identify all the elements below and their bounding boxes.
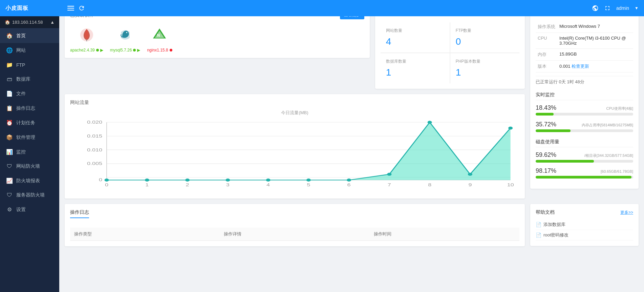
sidebar-item-home[interactable]: 🏠 首页 <box>0 28 59 43</box>
cpu-monitor-row: 18.43% CPU使用率[4核] <box>536 104 633 111</box>
sidebar-item-software[interactable]: 📦 软件管理 <box>0 130 59 145</box>
disk-item-root: 59.62% /根目录[344.32GB/577.54GB] <box>536 151 633 163</box>
sysinfo-value-memory: 15.89GB <box>557 49 633 61</box>
mysql-label: mysql5.7.26 ▶ <box>110 48 141 53</box>
sidebar-server[interactable]: 🏠 183.160.114.58 ▲ <box>0 16 59 28</box>
overview-item-website: 网站数量 4 <box>381 22 450 53</box>
globe-icon-button[interactable] <box>592 5 599 12</box>
help-docs-header: 帮助文档 更多>> <box>536 209 633 215</box>
svg-text:3: 3 <box>226 183 230 187</box>
nginx-icon: N <box>149 25 170 45</box>
svg-text:8: 8 <box>428 183 431 187</box>
svg-text:1: 1 <box>145 183 149 187</box>
disk-root-progress-bar <box>536 160 633 163</box>
chart-title: 今日流量(MB) <box>70 110 519 116</box>
help-docs-card: 帮助文档 更多>> 📄 添加数据库 📄 root密码修改 <box>530 204 639 246</box>
traffic-title: 网站流量 <box>70 100 519 106</box>
nav-label-software: 软件管理 <box>16 134 35 141</box>
mysql-icon <box>115 25 135 45</box>
chart-container: 0.020 0.015 0.010 0.005 0 0 1 2 3 4 5 6 … <box>70 119 519 193</box>
cpu-progress-bar <box>536 113 633 116</box>
help-item-root-pwd[interactable]: 📄 root密码修改 <box>536 230 633 241</box>
nav-label-firewall: 网站防火墙 <box>16 163 40 169</box>
sysinfo-label-memory: 内存 <box>536 49 557 61</box>
nginx-label: nginx1.15.8 <box>147 48 172 53</box>
nav-label-ftp: FTP <box>16 62 25 68</box>
check-update-link[interactable]: 检查更新 <box>572 64 589 69</box>
doc-icon-1: 📄 <box>536 222 541 227</box>
help-item-add-db[interactable]: 📄 添加数据库 <box>536 220 633 230</box>
file-nav-icon: 📄 <box>6 90 13 97</box>
svg-point-37 <box>306 179 311 182</box>
website-nav-icon: 🌐 <box>6 47 13 54</box>
svg-text:0.015: 0.015 <box>87 134 102 138</box>
sidebar-item-operation-log[interactable]: 📋 操作日志 <box>0 101 59 116</box>
home-nav-icon: 🏠 <box>6 33 13 39</box>
menu-toggle-button[interactable] <box>67 5 74 12</box>
svg-marker-31 <box>107 122 511 180</box>
svg-text:7: 7 <box>388 183 391 187</box>
software-list: apache2.4.39 ▶ mysql5.7.2 <box>70 25 364 53</box>
apache-icon <box>77 25 97 45</box>
sidebar-item-ftp[interactable]: 📁 FTP <box>0 58 59 72</box>
sidebar-item-settings[interactable]: ⚙ 设置 <box>0 202 59 217</box>
overview-label-php: PHP版本数量 <box>456 59 514 64</box>
disk-secondary-label: [60.65GB/61.78GB] <box>601 169 633 173</box>
software-item-apache[interactable]: apache2.4.39 ▶ <box>70 25 103 53</box>
sidebar-item-firewall-report[interactable]: 📈 防火墙报表 <box>0 173 59 188</box>
sysinfo-row-cpu: CPU Intel(R) Core(TM) i3-6100 CPU @ 3.70… <box>536 33 633 49</box>
username-label: admin <box>616 5 629 11</box>
nav-label-file: 文件 <box>16 91 26 97</box>
nav-label-log: 操作日志 <box>16 105 35 111</box>
refresh-button[interactable] <box>78 5 85 12</box>
svg-rect-2 <box>67 10 74 11</box>
database-nav-icon: 🗃 <box>6 76 13 82</box>
sidebar-item-server-firewall[interactable]: 🛡 服务器防火墙 <box>0 188 59 202</box>
overview-value-php: 1 <box>456 67 514 78</box>
traffic-card: 网站流量 今日流量(MB) 0.020 0.015 0.010 0.005 0 <box>65 94 525 199</box>
overview-label-ftp: FTP数量 <box>456 28 514 34</box>
logo: 小皮面板 <box>5 5 65 12</box>
svg-text:9: 9 <box>468 183 472 187</box>
sidebar-item-database[interactable]: 🗃 数据库 <box>0 72 59 86</box>
sysinfo-label-version: 版本 <box>536 61 557 72</box>
shield-nav-icon: 🛡 <box>6 163 13 169</box>
cpu-monitor-item: 18.43% CPU使用率[4核] <box>536 104 633 116</box>
sysinfo-table: 操作系统 Microsoft Windows 7 CPU Intel(R) Co… <box>536 21 633 72</box>
svg-point-33 <box>145 179 149 182</box>
operation-log-card: 操作日志 操作类型 操作详情 操作时间 <box>65 204 525 246</box>
doc-icon-2: 📄 <box>536 232 541 238</box>
ftp-nav-icon: 📁 <box>6 62 13 68</box>
help-docs-title: 帮助文档 <box>536 209 555 215</box>
disk-root-row: 59.62% /根目录[344.32GB/577.54GB] <box>536 151 633 159</box>
disk-root-label: /根目录[344.32GB/577.54GB] <box>584 153 633 158</box>
sidebar-item-monitor[interactable]: 📊 监控 <box>0 145 59 159</box>
realtime-monitor-section: 实时监控 18.43% CPU使用率[4核] 35.72% 内存占用率[5814… <box>536 92 633 132</box>
cpu-progress-fill <box>536 113 554 116</box>
main-content: 已安装软件 查看更多 apache2.4.39 ▶ <box>59 0 644 257</box>
nav-label-settings: 设置 <box>16 207 26 213</box>
svg-point-40 <box>428 121 432 124</box>
nginx-status-dot <box>170 49 172 51</box>
chevron-down-icon: ▼ <box>635 6 639 11</box>
disk-item-secondary: 98.17% [60.65GB/61.78GB] <box>536 167 633 179</box>
software-item-nginx[interactable]: N nginx1.15.8 <box>147 25 172 53</box>
sidebar-item-task[interactable]: ⏰ 计划任务 <box>0 116 59 130</box>
report-nav-icon: 📈 <box>6 178 13 184</box>
sidebar-item-file[interactable]: 📄 文件 <box>0 86 59 101</box>
server-shield-nav-icon: 🛡 <box>6 192 13 198</box>
sidebar-item-website[interactable]: 🌐 网站 <box>0 43 59 58</box>
help-more-link[interactable]: 更多>> <box>620 210 633 215</box>
svg-point-34 <box>185 179 190 182</box>
header-right: admin ▼ <box>592 5 639 12</box>
svg-text:0.020: 0.020 <box>87 120 102 124</box>
svg-point-38 <box>347 179 351 182</box>
home-icon: 🏠 <box>5 20 10 25</box>
fullscreen-button[interactable] <box>604 5 611 12</box>
overview-value-website: 4 <box>386 36 444 47</box>
software-item-mysql[interactable]: mysql5.7.26 ▶ <box>110 25 141 53</box>
nav-label-server-firewall: 服务器防火墙 <box>16 192 45 198</box>
disk-title: 磁盘使用量 <box>536 139 633 147</box>
sidebar-item-firewall[interactable]: 🛡 网站防火墙 <box>0 159 59 173</box>
sysinfo-row-version: 版本 0.001 检查更新 <box>536 61 633 72</box>
